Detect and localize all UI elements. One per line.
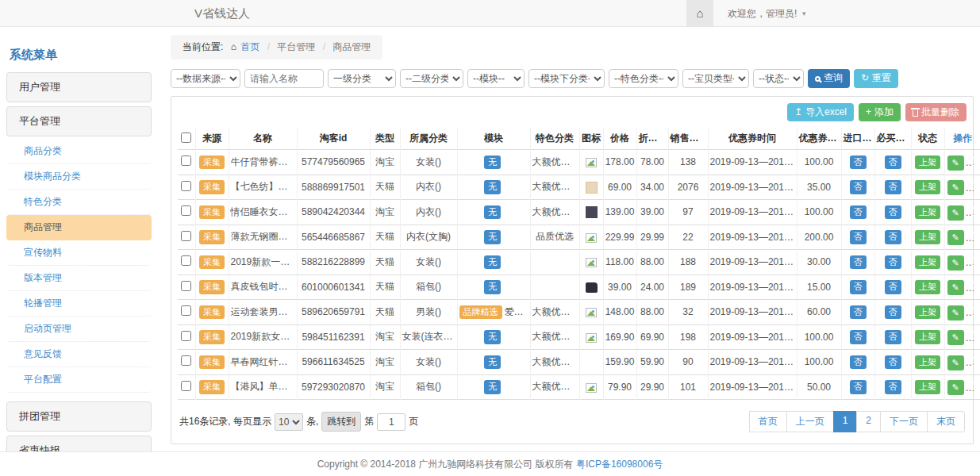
- status-badge[interactable]: 上架: [915, 230, 940, 244]
- row-checkbox[interactable]: [181, 381, 191, 391]
- bulk-delete-button[interactable]: 批量删除: [905, 103, 967, 121]
- product-thumbnail-icon: [586, 233, 597, 243]
- must-buy-badge[interactable]: 否: [885, 330, 901, 344]
- sidebar-subitem[interactable]: 启动页管理: [6, 317, 152, 342]
- pager-button[interactable]: 末页: [927, 411, 965, 432]
- must-buy-badge[interactable]: 否: [885, 230, 901, 244]
- must-buy-badge[interactable]: 否: [885, 255, 901, 269]
- user-menu[interactable]: 欢迎您，管理员! ▼: [713, 0, 807, 27]
- sidebar-subitem[interactable]: 宣传物料: [6, 240, 152, 266]
- import-select-badge[interactable]: 否: [850, 280, 867, 294]
- pager-button[interactable]: 首页: [749, 411, 787, 432]
- edit-button[interactable]: ✎: [947, 230, 964, 245]
- edit-button[interactable]: ✎: [947, 330, 964, 345]
- row-checkbox[interactable]: [181, 231, 191, 241]
- import-select-badge[interactable]: 否: [850, 305, 867, 319]
- filter-category2-select[interactable]: --二级分类--: [400, 69, 463, 88]
- row-checkbox[interactable]: [181, 355, 191, 366]
- pager-button[interactable]: 2: [856, 411, 881, 432]
- edit-button[interactable]: ✎: [947, 155, 964, 171]
- edit-button[interactable]: ✎: [947, 305, 964, 321]
- filter-module-sub-select[interactable]: --模块下分类--: [528, 69, 605, 88]
- add-button[interactable]: + 添加: [859, 103, 901, 121]
- must-buy-badge[interactable]: 否: [885, 180, 901, 194]
- filter-source-select[interactable]: --数据来源--: [171, 69, 240, 88]
- sidebar-subitem[interactable]: 商品分类: [6, 139, 152, 164]
- search-button[interactable]: 查询: [808, 69, 850, 87]
- edit-button[interactable]: ✎: [947, 180, 964, 195]
- pager-button[interactable]: 上一页: [786, 411, 834, 432]
- filter-module-select[interactable]: --模块--: [467, 69, 525, 88]
- sidebar-item[interactable]: 拼团管理: [6, 401, 152, 432]
- import-excel-button[interactable]: ↥ 导入excel: [787, 103, 854, 121]
- import-select-badge[interactable]: 否: [850, 330, 867, 344]
- status-badge[interactable]: 上架: [915, 180, 940, 194]
- status-badge[interactable]: 上架: [915, 305, 940, 319]
- home-button[interactable]: ⌂: [686, 0, 713, 26]
- row-checkbox[interactable]: [181, 281, 191, 291]
- pager-button[interactable]: 下一页: [880, 411, 928, 432]
- filter-category1-select[interactable]: 一级分类: [328, 69, 396, 88]
- sidebar-subitem[interactable]: 特色分类: [6, 190, 152, 215]
- edit-button[interactable]: ✎: [947, 355, 964, 370]
- module-badge: 品牌精选: [459, 305, 502, 319]
- must-buy-badge[interactable]: 否: [885, 355, 901, 369]
- jump-button[interactable]: 跳转到: [321, 412, 361, 432]
- page-number-input[interactable]: [377, 413, 405, 431]
- row-checkbox[interactable]: [181, 305, 191, 316]
- status-badge[interactable]: 上架: [915, 205, 940, 219]
- edit-button[interactable]: ✎: [947, 255, 964, 271]
- must-buy-badge[interactable]: 否: [885, 280, 901, 294]
- must-buy-badge[interactable]: 否: [885, 205, 901, 219]
- row-checkbox[interactable]: [181, 205, 191, 216]
- status-badge[interactable]: 上架: [915, 355, 940, 369]
- taoke-id-cell: 588216228899: [297, 250, 370, 275]
- sidebar-subitem[interactable]: 商品管理: [6, 215, 152, 240]
- sidebar-subitem[interactable]: 模块商品分类: [6, 164, 152, 190]
- row-checkbox[interactable]: [181, 255, 191, 266]
- must-buy-badge[interactable]: 否: [885, 380, 901, 393]
- status-badge[interactable]: 上架: [915, 280, 940, 294]
- row-checkbox[interactable]: [181, 331, 191, 341]
- icp-link[interactable]: 粤ICP备16098006号: [576, 458, 663, 471]
- filter-item-type-select[interactable]: --宝贝类型--: [682, 69, 749, 88]
- must-buy-badge[interactable]: 否: [885, 155, 901, 169]
- edit-button[interactable]: ✎: [947, 205, 964, 221]
- sidebar-item-platform-management[interactable]: 平台管理: [6, 106, 152, 136]
- sidebar-item[interactable]: 省惠快报: [6, 436, 152, 451]
- sidebar-subitem[interactable]: 意见反馈: [6, 342, 152, 367]
- import-select-badge[interactable]: 否: [850, 230, 867, 244]
- status-badge[interactable]: 上架: [915, 380, 940, 393]
- name-search-input[interactable]: [244, 69, 324, 88]
- import-select-badge[interactable]: 否: [850, 355, 867, 369]
- import-select-badge[interactable]: 否: [850, 155, 867, 169]
- status-cell: 上架: [911, 374, 944, 400]
- row-checkbox[interactable]: [181, 155, 191, 166]
- edit-button[interactable]: ✎: [947, 280, 964, 295]
- select-all-checkbox[interactable]: [181, 132, 191, 143]
- status-badge[interactable]: 上架: [915, 330, 940, 344]
- special-category-cell: 大额优惠券: [530, 175, 579, 200]
- row-checkbox[interactable]: [181, 181, 191, 191]
- sidebar-subitem[interactable]: 版本管理: [6, 266, 152, 291]
- sidebar-subitem[interactable]: 轮播管理: [6, 291, 152, 317]
- name-cell: 情侣睡衣女夏丝绸男士...: [229, 200, 297, 225]
- breadcrumb-home-link[interactable]: 首页: [240, 41, 259, 52]
- status-badge[interactable]: 上架: [915, 255, 940, 269]
- import-select-badge[interactable]: 否: [850, 180, 867, 194]
- page-size-select[interactable]: 10: [275, 413, 303, 431]
- must-buy-badge[interactable]: 否: [885, 305, 901, 319]
- filter-status-select[interactable]: --状态--: [753, 69, 804, 88]
- import-select-badge[interactable]: 否: [850, 380, 867, 393]
- page-prefix-text: 第: [364, 415, 374, 428]
- reset-button[interactable]: ↻ 重置: [854, 69, 898, 87]
- name-cell: 牛仔背带裤女秋装减龄...: [229, 150, 297, 175]
- import-select-badge[interactable]: 否: [850, 255, 867, 269]
- status-badge[interactable]: 上架: [915, 155, 940, 169]
- import-select-badge[interactable]: 否: [850, 205, 867, 219]
- pager-button[interactable]: 1: [833, 411, 858, 432]
- edit-button[interactable]: ✎: [947, 380, 964, 395]
- filter-special-select[interactable]: --特色分类--: [609, 69, 678, 88]
- sidebar-item-user-management[interactable]: 用户管理: [6, 72, 152, 102]
- sidebar-subitem[interactable]: 平台配置: [6, 367, 152, 393]
